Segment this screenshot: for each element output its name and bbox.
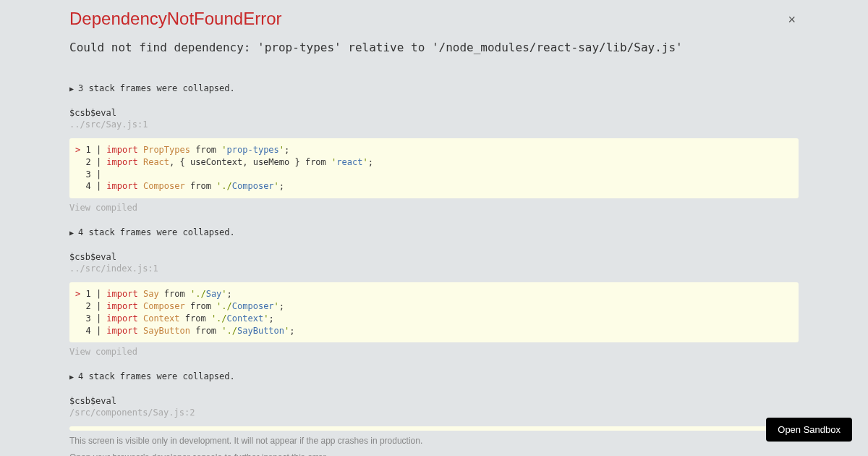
collapsed-frames-label: 4 stack frames were collapsed. [78, 371, 235, 381]
footer-line-1: This screen is visible only in developme… [69, 435, 799, 447]
eval-label: $csb$eval [69, 396, 799, 406]
file-path: ../src/index.js:1 [69, 263, 799, 274]
view-compiled-link[interactable]: View compiled [69, 347, 799, 357]
eval-label: $csb$eval [69, 252, 799, 262]
collapsed-frames-label: 4 stack frames were collapsed. [78, 227, 235, 237]
triangle-right-icon: ▶ [69, 373, 74, 381]
code-block: > 1 | import Say from './Say'; 2 | impor… [69, 282, 799, 342]
collapsed-frames-toggle[interactable]: ▶3 stack frames were collapsed. [69, 83, 799, 93]
code-block: > 1 | import PropTypes from 'prop-types'… [69, 138, 799, 198]
collapsed-frames-toggle[interactable]: ▶4 stack frames were collapsed. [69, 371, 799, 381]
collapsed-frames-toggle[interactable]: ▶4 stack frames were collapsed. [69, 227, 799, 237]
error-message: Could not find dependency: 'prop-types' … [69, 41, 799, 54]
triangle-right-icon: ▶ [69, 229, 74, 237]
footer-line-2: Open your browser's developer console to… [69, 452, 799, 456]
triangle-right-icon: ▶ [69, 85, 74, 93]
code-block [69, 426, 799, 431]
file-path: ../src/Say.js:1 [69, 119, 799, 130]
collapsed-frames-label: 3 stack frames were collapsed. [78, 83, 235, 93]
view-compiled-link[interactable]: View compiled [69, 203, 799, 213]
eval-label: $csb$eval [69, 108, 799, 118]
open-sandbox-button[interactable]: Open Sandbox [766, 418, 852, 442]
file-path: /src/components/Say.js:2 [69, 408, 799, 418]
error-title: DependencyNotFoundError [69, 9, 799, 29]
close-icon[interactable]: × [788, 13, 796, 26]
